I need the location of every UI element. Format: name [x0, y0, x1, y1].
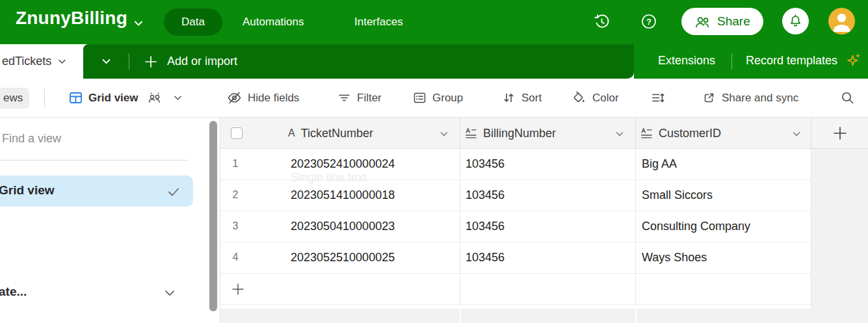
color-button[interactable]: Color — [572, 79, 619, 117]
filter-button[interactable]: Filter — [337, 79, 382, 117]
create-view-button[interactable]: ate... — [0, 278, 193, 309]
column-name: CustomerID — [659, 127, 721, 140]
chevron-down-icon — [163, 286, 177, 300]
cell-customerid[interactable]: Big AA — [642, 157, 677, 171]
find-view-input[interactable] — [2, 132, 178, 146]
tab-interfaces[interactable]: Interfaces — [354, 16, 403, 29]
add-column-button[interactable] — [811, 118, 868, 149]
add-or-import-button[interactable]: Add or import — [144, 44, 237, 79]
cell-customerid[interactable]: Consulting Company — [642, 220, 750, 233]
top-bar: ZnunyBilling Data Automations Interfaces… — [0, 0, 868, 44]
cell-billingnumber[interactable]: 103456 — [466, 251, 505, 265]
table-tab-label: edTickets — [2, 55, 51, 68]
tabstrip-separator — [129, 53, 129, 70]
column-name: TicketNumber — [301, 127, 373, 140]
view-list-item-grid-view[interactable]: Grid view — [0, 175, 193, 207]
select-all-checkbox[interactable] — [231, 127, 243, 139]
tabstrip-separator — [731, 53, 732, 70]
footer-column-gap — [635, 309, 637, 323]
sidebar-scrollbar-thumb[interactable] — [209, 121, 217, 311]
grid-footer — [220, 309, 868, 323]
share-button[interactable]: Share — [681, 8, 763, 35]
view-item-label: Grid view — [0, 183, 55, 198]
table-icon — [69, 91, 83, 105]
external-link-icon — [702, 91, 716, 105]
row-number: 2 — [227, 189, 244, 201]
row-number: 3 — [227, 220, 244, 232]
column-header-customerid[interactable]: CustomerID — [640, 118, 721, 149]
data-grid: A TicketNumber BillingNumber — [220, 118, 868, 323]
column-border — [635, 149, 636, 305]
person-icon — [828, 8, 855, 34]
table-row[interactable]: 1 2023052410000024 103456 Big AA — [220, 149, 811, 180]
column-menu-chevron-icon[interactable] — [791, 129, 802, 139]
share-sync-button[interactable]: Share and sync — [702, 79, 798, 117]
app-title: ZnunyBilling — [16, 8, 127, 29]
add-or-import-label: Add or import — [167, 55, 237, 68]
column-menu-chevron-icon[interactable] — [614, 129, 625, 139]
history-button[interactable] — [593, 13, 611, 31]
tabstrip-dark-panel: Add or import — [83, 44, 634, 79]
table-row[interactable]: 3 2023050410000023 103456 Consulting Com… — [220, 211, 811, 242]
sort-button[interactable]: Sort — [502, 79, 542, 117]
add-row-button[interactable] — [220, 274, 811, 305]
help-button[interactable]: ? — [641, 14, 657, 29]
bell-icon — [788, 14, 803, 29]
avatar[interactable] — [828, 8, 855, 34]
views-pill[interactable]: ews — [0, 88, 29, 109]
cell-ticketnumber[interactable]: 2023050410000023 — [291, 220, 395, 233]
color-label: Color — [592, 92, 619, 105]
plus-icon — [832, 125, 848, 141]
column-header-billingnumber[interactable]: BillingNumber — [465, 118, 556, 149]
plus-icon — [144, 55, 157, 68]
column-border — [460, 149, 460, 305]
sort-label: Sort — [521, 92, 542, 105]
bell-button[interactable] — [782, 8, 809, 34]
cell-ticketnumber[interactable]: 2023051410000018 — [291, 188, 395, 202]
group-button[interactable]: Group — [413, 79, 463, 117]
long-text-field-icon — [465, 127, 477, 140]
row-height-icon — [651, 91, 665, 105]
history-icon — [593, 13, 611, 31]
table-tab-active[interactable]: edTickets — [0, 44, 83, 79]
chevron-down-icon — [172, 92, 183, 103]
search-button[interactable] — [840, 90, 856, 106]
plus-icon — [231, 283, 244, 296]
search-icon — [840, 90, 856, 106]
sparkle-icon — [846, 53, 861, 68]
help-icon: ? — [641, 14, 657, 29]
cell-billingnumber[interactable]: 103456 — [466, 220, 505, 233]
extensions-button[interactable]: Extensions — [658, 54, 715, 68]
toolbar-separator — [44, 89, 45, 107]
column-border — [635, 118, 636, 149]
record-templates-button[interactable]: Record templates — [746, 54, 837, 68]
app-title-chevron-icon[interactable] — [132, 17, 145, 30]
tab-automations[interactable]: Automations — [243, 16, 304, 29]
cell-ticketnumber[interactable]: 2023052410000024 — [291, 157, 395, 171]
grid-view-label: Grid view — [88, 92, 138, 105]
column-header-ticketnumber[interactable]: A TicketNumber — [288, 118, 373, 149]
column-name: BillingNumber — [483, 127, 556, 140]
table-row[interactable]: 4 2023052510000025 103456 Ways Shoes — [220, 242, 811, 274]
tab-data[interactable]: Data — [164, 8, 222, 36]
filter-icon — [337, 91, 351, 105]
cell-billingnumber[interactable]: 103456 — [466, 157, 505, 171]
table-row[interactable]: 2 2023051410000018 103456 Small Siccors — [220, 180, 811, 211]
hide-fields-button[interactable]: Hide fields — [227, 79, 299, 117]
view-toolbar: ews Grid view Hide fields — [0, 79, 868, 118]
column-border — [460, 118, 460, 149]
paint-bucket-icon — [572, 91, 586, 105]
grid-view-button[interactable]: Grid view — [69, 79, 183, 117]
grid-header: A TicketNumber BillingNumber — [220, 118, 868, 149]
cell-customerid[interactable]: Ways Shoes — [642, 251, 707, 265]
share-label: Share — [717, 14, 750, 29]
tables-dropdown-chevron[interactable] — [100, 55, 112, 68]
cell-ticketnumber[interactable]: 2023052510000025 — [291, 251, 395, 265]
cell-customerid[interactable]: Small Siccors — [642, 188, 713, 202]
row-height-button[interactable] — [651, 79, 665, 117]
table-tab-chevron-icon — [57, 56, 68, 67]
views-sidebar: Grid view ate... — [0, 118, 220, 323]
column-menu-chevron-icon[interactable] — [439, 129, 449, 139]
hide-fields-label: Hide fields — [248, 92, 299, 105]
cell-billingnumber[interactable]: 103456 — [466, 188, 505, 202]
